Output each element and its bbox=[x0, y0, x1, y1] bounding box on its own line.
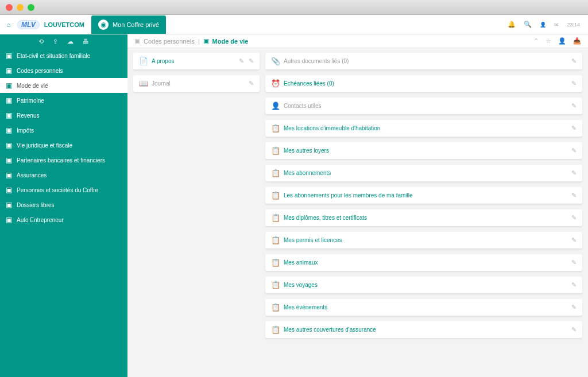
card-title: Autres documents liés (0) bbox=[284, 58, 567, 64]
info-card[interactable]: ⏰Echéances liées (0)✎ bbox=[265, 75, 582, 92]
sidebar-item[interactable]: ▣Auto Entrepreneur bbox=[0, 212, 127, 227]
window-minimize-button[interactable] bbox=[17, 4, 24, 11]
folder-icon: ▣ bbox=[6, 186, 12, 194]
card-icon: 📋 bbox=[271, 303, 279, 312]
edit-icon[interactable]: ✎ bbox=[571, 102, 577, 110]
card-icon: 📋 bbox=[271, 146, 279, 155]
info-card[interactable]: 📋Mes locations d'immeuble d'habitation✎ bbox=[265, 120, 582, 137]
avatar-icon: ◉ bbox=[98, 20, 109, 30]
edit-icon[interactable]: ✎ bbox=[249, 57, 254, 65]
folder-icon: ▣ bbox=[6, 156, 12, 164]
card-title: A propos bbox=[152, 58, 234, 64]
card-icon: 📋 bbox=[271, 213, 279, 222]
card-title: Mes animaux bbox=[284, 259, 567, 266]
topbar-actions: ⌃ ☆ 👤 📥 bbox=[533, 37, 581, 45]
card-icon: 📋 bbox=[271, 124, 279, 133]
info-card[interactable]: 📋Mes autres loyers✎ bbox=[265, 142, 582, 159]
sidebar-item[interactable]: ▣Dossiers libres bbox=[0, 197, 127, 212]
inbox-icon[interactable]: 📥 bbox=[573, 37, 581, 45]
info-card[interactable]: 📋Mes autres couvertures d'assurance✎ bbox=[265, 321, 582, 338]
share-icon[interactable]: ⇪ bbox=[53, 38, 58, 45]
edit-icon[interactable]: ✎ bbox=[571, 57, 577, 65]
sidebar-item[interactable]: ▣Patrimoine bbox=[0, 93, 127, 108]
edit-icon[interactable]: ✎ bbox=[239, 57, 244, 65]
edit-icon[interactable]: ✎ bbox=[571, 236, 577, 244]
folder-icon: ▣ bbox=[6, 111, 12, 119]
info-card[interactable]: 📋Les abonnements pour les membres de ma … bbox=[265, 187, 582, 204]
breadcrumb-sep: | bbox=[198, 38, 200, 45]
info-card[interactable]: 📋Mes diplômes, titres et certificats✎ bbox=[265, 209, 582, 226]
chevron-up-icon[interactable]: ⌃ bbox=[533, 37, 539, 45]
edit-icon[interactable]: ✎ bbox=[571, 326, 577, 333]
sidebar-item-label: Codes personnels bbox=[17, 68, 63, 74]
edit-icon[interactable]: ✎ bbox=[571, 214, 577, 221]
edit-icon[interactable]: ✎ bbox=[571, 80, 577, 87]
card-icon: 📄 bbox=[139, 57, 147, 65]
folder-icon: ▣ bbox=[6, 126, 12, 134]
breadcrumb-parent[interactable]: Codes personnels bbox=[144, 38, 195, 45]
org-name[interactable]: LOUVETCOM bbox=[44, 21, 84, 28]
mac-titlebar bbox=[0, 0, 588, 15]
sidebar-item-label: Partenaires bancaires et financiers bbox=[17, 157, 105, 164]
info-card[interactable]: 📋Mes voyages✎ bbox=[265, 277, 582, 293]
info-card[interactable]: 📎Autres documents liés (0)✎ bbox=[265, 53, 582, 69]
breadcrumb-bar: ▣ Codes personnels | ▣ Mode de vie ⌃ ☆ 👤… bbox=[127, 34, 588, 48]
card-title: Mes événements bbox=[284, 304, 567, 310]
edit-icon[interactable]: ✎ bbox=[249, 80, 254, 87]
edit-icon[interactable]: ✎ bbox=[571, 259, 577, 266]
tab-mon-coffre[interactable]: ◉ Mon Coffre privé bbox=[91, 15, 166, 34]
info-card[interactable]: 📋Mes animaux✎ bbox=[265, 254, 582, 271]
window-maximize-button[interactable] bbox=[28, 4, 34, 11]
sidebar-item-label: Revenus bbox=[17, 112, 39, 119]
info-card[interactable]: 📋Mes événements✎ bbox=[265, 299, 582, 316]
refresh-icon[interactable]: ⟲ bbox=[38, 38, 44, 45]
info-card[interactable]: 📋Mes permis et licences✎ bbox=[265, 232, 582, 248]
sidebar-item[interactable]: ▣Personnes et sociétés du Coffre bbox=[0, 182, 127, 197]
sidebar-item[interactable]: ▣Vie juridique et fiscale bbox=[0, 138, 127, 153]
search-icon[interactable]: 🔍 bbox=[524, 21, 532, 28]
card-icon: 📋 bbox=[271, 191, 279, 200]
tab-title: Mon Coffre privé bbox=[113, 21, 159, 28]
header-time: 23:14 bbox=[567, 22, 580, 28]
info-card[interactable]: 📖Journal✎ bbox=[133, 75, 260, 92]
sidebar-item[interactable]: ▣Mode de vie bbox=[0, 78, 127, 93]
user-icon[interactable]: 👤 bbox=[540, 22, 546, 28]
card-title: Echéances liées (0) bbox=[284, 80, 567, 87]
sidebar-item[interactable]: ▣Codes personnels bbox=[0, 63, 127, 78]
edit-icon[interactable]: ✎ bbox=[571, 281, 577, 289]
info-card[interactable]: 👤Contacts utiles✎ bbox=[265, 98, 582, 114]
edit-icon[interactable]: ✎ bbox=[571, 304, 577, 311]
logo: MLV bbox=[17, 20, 40, 29]
edit-icon[interactable]: ✎ bbox=[571, 147, 577, 154]
person-icon[interactable]: 👤 bbox=[558, 37, 566, 45]
card-icon: 📎 bbox=[271, 57, 279, 65]
envelope-icon[interactable]: ✉ bbox=[554, 22, 559, 28]
sidebar-item[interactable]: ▣Assurances bbox=[0, 168, 127, 182]
info-card[interactable]: 📄A propos✎✎ bbox=[133, 53, 260, 69]
card-icon: 📋 bbox=[271, 236, 279, 244]
folder-icon: ▣ bbox=[6, 67, 12, 75]
card-title: Mes voyages bbox=[284, 282, 567, 288]
sidebar-item[interactable]: ▣Partenaires bancaires et financiers bbox=[0, 153, 127, 168]
edit-icon[interactable]: ✎ bbox=[571, 125, 577, 132]
star-icon[interactable]: ☆ bbox=[546, 37, 551, 45]
edit-icon[interactable]: ✎ bbox=[571, 192, 577, 199]
top-header: ⌂ MLV LOUVETCOM ◉ Mon Coffre privé 🔔 🔍 👤… bbox=[0, 15, 588, 34]
breadcrumb-current: Mode de vie bbox=[212, 38, 249, 45]
cloud-icon[interactable]: ☁ bbox=[67, 38, 74, 45]
folder-icon: ▣ bbox=[6, 52, 12, 60]
sidebar-item-label: Patrimoine bbox=[17, 98, 44, 104]
sidebar-item[interactable]: ▣Revenus bbox=[0, 108, 127, 123]
sidebar-item[interactable]: ▣Etat-civil et situation familiale bbox=[0, 48, 127, 63]
home-icon[interactable]: ⌂ bbox=[0, 21, 17, 28]
card-icon: 📋 bbox=[271, 281, 279, 289]
edit-icon[interactable]: ✎ bbox=[571, 169, 577, 177]
sidebar-item-label: Personnes et sociétés du Coffre bbox=[17, 187, 98, 193]
print-icon[interactable]: 🖶 bbox=[83, 38, 89, 45]
folder-icon: ▣ bbox=[6, 141, 12, 149]
sidebar-item[interactable]: ▣Impôts bbox=[0, 123, 127, 138]
info-card[interactable]: 📋Mes abonnements✎ bbox=[265, 165, 582, 181]
header-actions: 🔔 🔍 👤 ✉ 23:14 bbox=[508, 21, 588, 28]
window-close-button[interactable] bbox=[6, 4, 13, 11]
bell-icon[interactable]: 🔔 bbox=[508, 21, 516, 28]
